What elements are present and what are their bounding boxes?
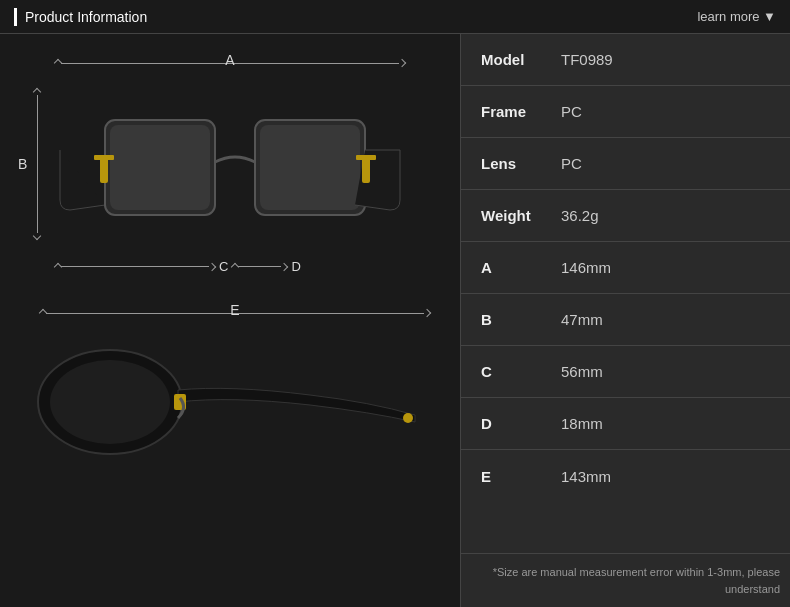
- spec-label: Lens: [481, 155, 561, 172]
- spec-row: Model TF0989: [461, 34, 790, 86]
- e-label: E: [230, 302, 239, 318]
- main-content: A B: [0, 34, 790, 607]
- a-arrow: A: [55, 60, 405, 66]
- c-arrow-left-head: [54, 262, 62, 270]
- spec-value: 47mm: [561, 311, 603, 328]
- learn-more-button[interactable]: learn more ▼: [697, 9, 776, 24]
- a-arrow-left-head: [54, 59, 62, 67]
- spec-value: 18mm: [561, 415, 603, 432]
- spec-row: C 56mm: [461, 346, 790, 398]
- spec-label: Model: [481, 51, 561, 68]
- header-bar-decoration: [14, 8, 17, 26]
- spec-row: Weight 36.2g: [461, 190, 790, 242]
- spec-value: 143mm: [561, 468, 611, 485]
- c-d-arrows: C D: [55, 259, 301, 274]
- glasses-side-section: E: [20, 304, 440, 484]
- spec-label: Frame: [481, 103, 561, 120]
- page-title: Product Information: [25, 9, 147, 25]
- glasses-side-image: [30, 332, 430, 477]
- spec-value: 146mm: [561, 259, 611, 276]
- svg-rect-5: [94, 155, 114, 160]
- page-header: Product Information learn more ▼: [0, 0, 790, 34]
- spec-value: 56mm: [561, 363, 603, 380]
- c-label: C: [219, 259, 228, 274]
- c-arrow-line: [61, 266, 209, 267]
- header-left: Product Information: [14, 8, 147, 26]
- spec-label: D: [481, 415, 561, 432]
- spec-value: 36.2g: [561, 207, 599, 224]
- e-arrow-left-head: [39, 309, 47, 317]
- spec-row: Frame PC: [461, 86, 790, 138]
- spec-value: TF0989: [561, 51, 613, 68]
- spec-row: D 18mm: [461, 398, 790, 450]
- e-arrow-right-head: [423, 309, 431, 317]
- svg-rect-1: [110, 125, 210, 210]
- glasses-front-image: [50, 82, 410, 252]
- svg-rect-7: [356, 155, 376, 160]
- b-arrow: B: [28, 89, 46, 239]
- spec-label: Weight: [481, 207, 561, 224]
- spec-table: Model TF0989 Frame PC Lens PC Weight 36.…: [461, 34, 790, 553]
- spec-value: PC: [561, 103, 582, 120]
- c-arrow-right-head: [208, 262, 216, 270]
- spec-row: A 146mm: [461, 242, 790, 294]
- a-label: A: [225, 52, 234, 68]
- spec-value: PC: [561, 155, 582, 172]
- b-arrow-line: [37, 95, 38, 233]
- spec-label: E: [481, 468, 561, 485]
- specs-panel: Model TF0989 Frame PC Lens PC Weight 36.…: [460, 34, 790, 607]
- spec-label: C: [481, 363, 561, 380]
- spec-row: Lens PC: [461, 138, 790, 190]
- e-arrow: E: [40, 310, 430, 316]
- b-arrow-top-head: [33, 88, 41, 96]
- spec-label: B: [481, 311, 561, 328]
- svg-point-11: [403, 413, 413, 423]
- d-label: D: [291, 259, 300, 274]
- spec-label: A: [481, 259, 561, 276]
- svg-rect-3: [260, 125, 360, 210]
- spec-row: E 143mm: [461, 450, 790, 502]
- spec-row: B 47mm: [461, 294, 790, 346]
- svg-point-9: [50, 360, 170, 444]
- b-label: B: [18, 156, 27, 172]
- diagram-panel: A B: [0, 34, 460, 607]
- footnote: *Size are manual measurement error withi…: [461, 553, 790, 607]
- a-arrow-right-head: [398, 59, 406, 67]
- d-arrow-right-head: [280, 262, 288, 270]
- b-arrow-bot-head: [33, 232, 41, 240]
- glasses-top-section: A B: [20, 54, 440, 294]
- d-arrow-line: [238, 266, 281, 267]
- d-arrow-left-head: [231, 262, 239, 270]
